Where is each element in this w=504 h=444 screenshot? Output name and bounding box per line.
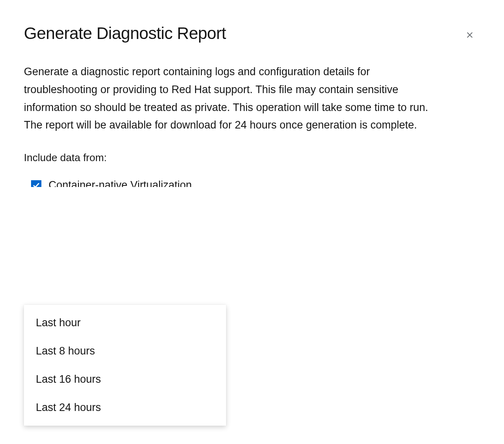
dialog-title: Generate Diagnostic Report — [24, 24, 226, 43]
include-data-from-label: Include data from: — [24, 152, 480, 164]
cnv-checkbox-label: Container-native Virtualization — [49, 179, 192, 187]
time-range-area: Last hour Last 8 hours Last 16 hours Las… — [24, 305, 480, 328]
time-option-last-hour[interactable]: Last hour — [24, 309, 226, 337]
close-icon[interactable] — [463, 29, 476, 41]
checkbox-icon[interactable] — [31, 180, 41, 187]
time-option-last-16-hours[interactable]: Last 16 hours — [24, 365, 226, 393]
time-option-last-8-hours[interactable]: Last 8 hours — [24, 337, 226, 365]
generate-diagnostic-report-dialog: Generate Diagnostic Report Generate a di… — [0, 0, 504, 403]
checkbox-area: Container-native Virtualization — [24, 176, 480, 187]
dialog-header: Generate Diagnostic Report — [24, 24, 480, 43]
dialog-description: Generate a diagnostic report containing … — [24, 63, 442, 134]
cnv-checkbox-row[interactable]: Container-native Virtualization — [24, 179, 480, 187]
time-option-last-24-hours[interactable]: Last 24 hours — [24, 393, 226, 422]
time-range-dropdown-menu: Last hour Last 8 hours Last 16 hours Las… — [24, 305, 226, 426]
